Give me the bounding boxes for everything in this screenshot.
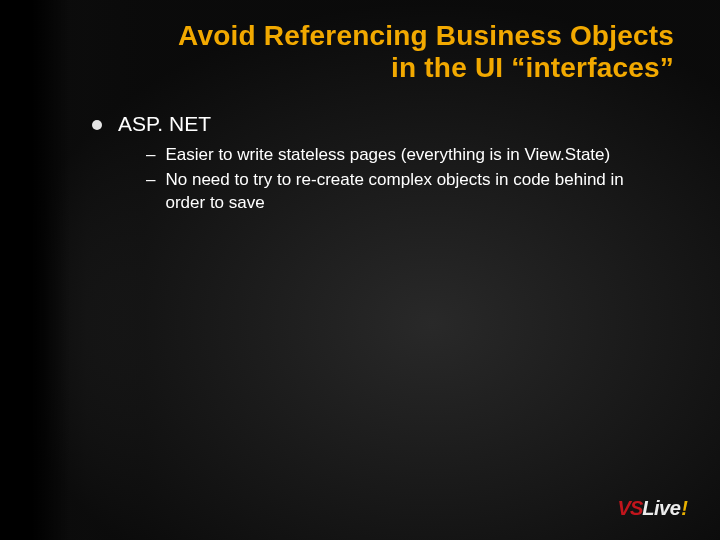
bullet-level2: – No need to try to re-create complex ob… bbox=[146, 169, 680, 215]
bullet-sublist: – Easier to write stateless pages (every… bbox=[92, 144, 680, 215]
bullet-level1-text: ASP. NET bbox=[118, 112, 211, 136]
logo-vs: VS bbox=[618, 497, 643, 520]
bullet-level1: ASP. NET bbox=[92, 112, 680, 136]
logo-live: Live bbox=[642, 497, 680, 520]
slide-title: Avoid Referencing Business Objects in th… bbox=[60, 20, 680, 84]
vslive-logo: VSLive! bbox=[618, 497, 688, 520]
bullet-level2-text: No need to try to re-create complex obje… bbox=[165, 169, 635, 215]
bullet-dash-icon: – bbox=[146, 169, 155, 192]
bullet-dot-icon bbox=[92, 120, 102, 130]
slide: Avoid Referencing Business Objects in th… bbox=[0, 0, 720, 540]
bullet-level2-text: Easier to write stateless pages (everyth… bbox=[165, 144, 610, 167]
bullet-dash-icon: – bbox=[146, 144, 155, 167]
bullet-level2: – Easier to write stateless pages (every… bbox=[146, 144, 680, 167]
logo-bang: ! bbox=[681, 497, 688, 520]
slide-body: ASP. NET – Easier to write stateless pag… bbox=[60, 112, 680, 215]
